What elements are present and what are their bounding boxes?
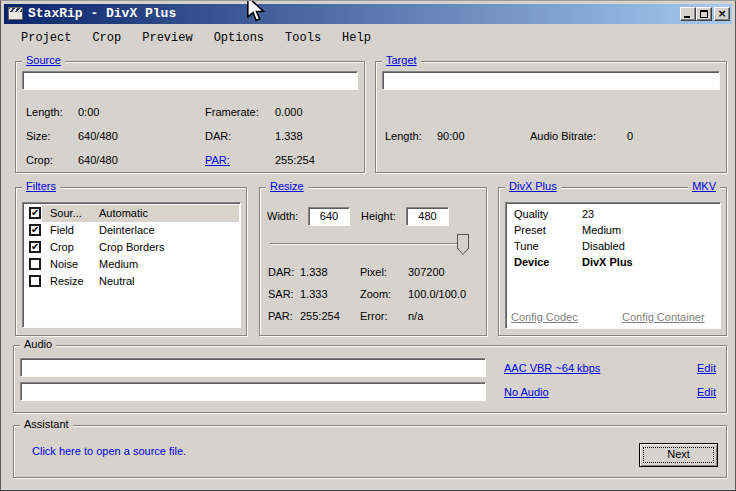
resize-slider-thumb[interactable]: [457, 234, 469, 255]
preset-label: Preset: [514, 224, 546, 236]
preset-value: Medium: [582, 224, 621, 236]
audio-caption: Audio: [20, 338, 56, 350]
source-length-label: Length:: [26, 106, 63, 118]
zoom-label: Zoom:: [360, 288, 391, 300]
checkbox-checked-icon[interactable]: ✔: [29, 224, 41, 236]
dar-value: 1.338: [300, 266, 328, 278]
filter-value: Medium: [99, 258, 138, 270]
source-par-link[interactable]: PAR:: [205, 154, 230, 166]
resize-slider-track[interactable]: [270, 243, 466, 245]
target-file-input[interactable]: [382, 71, 720, 90]
target-bitrate-value: 0: [627, 130, 633, 142]
filter-row-source[interactable]: ✔ Sour... Automatic: [23, 205, 240, 222]
quality-label: Quality: [514, 208, 548, 220]
audio-track1-input[interactable]: [20, 358, 486, 377]
assistant-group: Assistant Click here to open a source fi…: [13, 425, 727, 478]
config-codec-link[interactable]: Config Codec: [511, 311, 578, 323]
assistant-open-source-link[interactable]: Click here to open a source file.: [32, 445, 186, 457]
target-group: Target Length: 90:00 Audio Bitrate: 0: [375, 61, 727, 173]
checkbox-unchecked-icon[interactable]: [29, 275, 41, 287]
minimize-icon: [684, 16, 690, 18]
filters-group: Filters ✔ Sour... Automatic ✔ Field Dein…: [15, 187, 247, 336]
next-button-label: Next: [640, 448, 717, 460]
sar-value: 1.333: [300, 288, 328, 300]
source-file-input[interactable]: [22, 71, 358, 90]
source-size-value: 640/480: [78, 130, 118, 142]
target-length-value: 90:00: [437, 130, 465, 142]
source-crop-label: Crop:: [26, 154, 53, 166]
device-value: DivX Plus: [582, 256, 633, 268]
audio-track1-profile-link[interactable]: AAC VBR ~64 kbps: [504, 362, 600, 374]
container-caption-link[interactable]: MKV: [688, 180, 720, 192]
audio-track1-edit-link[interactable]: Edit: [697, 362, 716, 374]
clapperboard-icon: [8, 7, 23, 20]
codec-listbox: Quality 23 Preset Medium Tune Disabled D…: [505, 202, 721, 329]
source-crop-value: 640/480: [78, 154, 118, 166]
source-group: Source Length: 0:00 Framerate: 0.000 Siz…: [15, 61, 365, 173]
maximize-button[interactable]: [696, 7, 712, 21]
minimize-button[interactable]: [680, 7, 696, 21]
source-par-value: 255:254: [275, 154, 315, 166]
menu-help[interactable]: Help: [342, 31, 371, 45]
par-value: 255:254: [300, 310, 340, 322]
menu-crop[interactable]: Crop: [92, 31, 121, 45]
filters-caption-link[interactable]: Filters: [22, 180, 60, 192]
config-container-link[interactable]: Config Container: [622, 311, 705, 323]
close-icon: ×: [715, 8, 729, 20]
error-value: n/a: [408, 310, 423, 322]
filter-name: Crop: [50, 241, 74, 253]
checkbox-checked-icon[interactable]: ✔: [29, 241, 41, 253]
par-label: PAR:: [268, 310, 293, 322]
error-label: Error:: [360, 310, 388, 322]
pixel-value: 307200: [408, 266, 445, 278]
audio-track2-profile-link[interactable]: No Audio: [504, 386, 549, 398]
menu-preview[interactable]: Preview: [142, 31, 192, 45]
filter-value: Crop Borders: [99, 241, 164, 253]
menu-options[interactable]: Options: [214, 31, 264, 45]
filter-row-crop[interactable]: ✔ Crop Crop Borders: [23, 239, 240, 256]
source-framerate-label: Framerate:: [205, 106, 259, 118]
target-caption-link[interactable]: Target: [382, 54, 421, 66]
height-label: Height:: [361, 210, 396, 222]
filter-row-field[interactable]: ✔ Field Deinterlace: [23, 222, 240, 239]
codec-caption-link[interactable]: DivX Plus: [505, 180, 561, 192]
resize-caption-link[interactable]: Resize: [266, 180, 308, 192]
source-length-value: 0:00: [78, 106, 99, 118]
source-framerate-value: 0.000: [275, 106, 303, 118]
checkbox-checked-icon[interactable]: ✔: [29, 207, 41, 219]
height-input[interactable]: 480: [406, 207, 449, 226]
assistant-caption: Assistant: [20, 418, 73, 430]
pixel-label: Pixel:: [360, 266, 387, 278]
source-size-label: Size:: [26, 130, 50, 142]
source-caption-link[interactable]: Source: [22, 54, 65, 66]
filter-value: Deinterlace: [99, 224, 155, 236]
filter-row-noise[interactable]: Noise Medium: [23, 256, 240, 273]
target-length-label: Length:: [385, 130, 422, 142]
sar-label: SAR:: [268, 288, 294, 300]
filter-row-resize[interactable]: Resize Neutral: [23, 273, 240, 290]
codec-group: DivX Plus MKV Quality 23 Preset Medium T…: [498, 187, 727, 336]
audio-track2-input[interactable]: [20, 382, 486, 401]
width-input[interactable]: 640: [308, 207, 350, 226]
close-button[interactable]: ×: [714, 7, 730, 21]
zoom-value: 100.0/100.0: [408, 288, 466, 300]
tune-value: Disabled: [582, 240, 625, 252]
menu-project[interactable]: Project: [21, 31, 71, 45]
next-button[interactable]: Next: [639, 443, 718, 467]
window-title: StaxRip - DivX Plus: [28, 6, 176, 21]
target-bitrate-label: Audio Bitrate:: [530, 130, 596, 142]
width-label: Width:: [267, 210, 298, 222]
resize-group: Resize Width: 640 Height: 480 DAR: 1.338…: [259, 187, 487, 336]
title-bar: StaxRip - DivX Plus ×: [4, 4, 732, 24]
audio-group: Audio AAC VBR ~64 kbps Edit No Audio Edi…: [13, 345, 727, 413]
menu-bar: Project Crop Preview Options Tools Help: [4, 27, 732, 49]
source-dar-label: DAR:: [205, 130, 231, 142]
filter-value: Automatic: [99, 207, 148, 219]
checkbox-unchecked-icon[interactable]: [29, 258, 41, 270]
maximize-icon: [700, 10, 708, 18]
slider-thumb-face: [458, 235, 468, 254]
audio-track2-edit-link[interactable]: Edit: [697, 386, 716, 398]
filters-listbox: ✔ Sour... Automatic ✔ Field Deinterlace …: [22, 202, 241, 328]
menu-tools[interactable]: Tools: [285, 31, 321, 45]
source-dar-value: 1.338: [275, 130, 303, 142]
